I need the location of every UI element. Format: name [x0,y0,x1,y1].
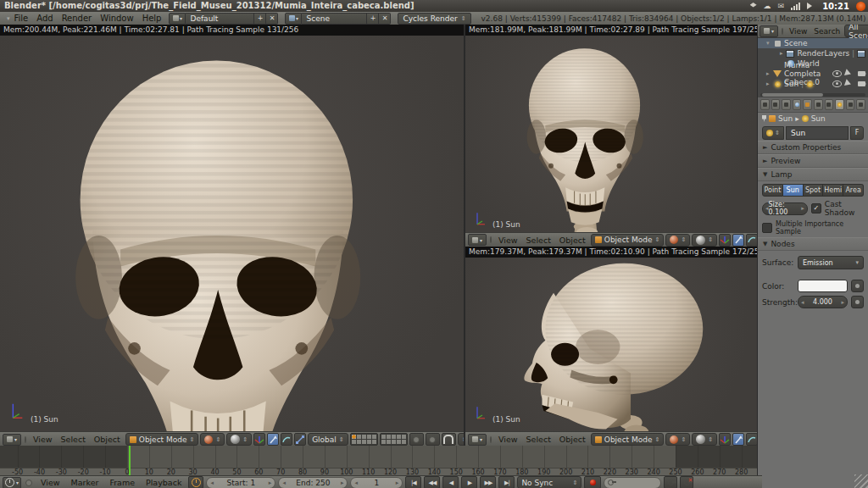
view3d-menu-view[interactable]: View [495,236,521,245]
view3d-menu-select[interactable]: Select [58,435,89,444]
jump-to-start-button[interactable]: |◀ [405,476,421,488]
outliner-scrollbar[interactable] [760,93,865,97]
tab-scene-icon[interactable] [782,99,791,110]
editor-type-button[interactable]: ▾ [760,25,778,37]
timeline-menu-playback[interactable]: Playback [142,478,186,487]
tab-lamp-data-icon[interactable] [835,99,844,110]
surface-dropdown[interactable]: Emission▾ [798,256,864,269]
render-engine-dropdown[interactable]: Cycles Render⇕ [398,13,470,25]
scene-selector-icon[interactable]: ▾ [285,13,302,25]
layout-icon[interactable]: ▾ [169,13,186,25]
tab-modifiers-icon[interactable] [825,99,834,110]
datablock-name-field[interactable]: Sun [786,126,849,140]
tab-physics-icon[interactable] [856,99,865,110]
tab-render-icon[interactable] [760,99,770,110]
translate-manipulator-button[interactable] [267,433,279,446]
rotate-manipulator-button[interactable] [281,433,292,446]
clock[interactable]: 10:21 [822,2,849,11]
editor-type-button[interactable]: ▾ [3,477,21,488]
view3d-menu-select[interactable]: Select [523,435,554,444]
outliner-row-renderlayers[interactable]: ▸ RenderLayers | [758,48,868,58]
tab-render-layers-icon[interactable] [771,99,781,110]
viewport-left[interactable]: Mem:200.44M, Peak:221.46M | Time:02:27.8… [0,25,464,431]
translate-manipulator-button[interactable] [732,234,744,247]
tab-constraints-icon[interactable] [814,99,823,110]
header-collapse-icon[interactable] [490,436,492,443]
color-socket-button[interactable] [851,280,864,292]
cast-shadow-checkbox[interactable]: ✓ [811,203,821,214]
lock-scene-layers-button[interactable] [409,433,424,446]
panel-preview[interactable]: ► Preview [758,154,868,168]
viewport-top-right[interactable]: Mem:181.99M, Peak:181.99M | Time:02:27.8… [465,25,757,232]
lamp-type-area[interactable]: Area [843,184,864,197]
session-menu-icon[interactable] [856,2,865,11]
editor-type-button[interactable]: ▾ [468,434,487,446]
shading-dropdown[interactable]: ⇕ [665,433,690,446]
selectability-icon[interactable] [844,69,855,78]
mis-checkbox[interactable] [762,223,772,233]
strength-socket-button[interactable] [851,296,864,308]
rotate-manipulator-button[interactable] [746,433,757,446]
mail-icon[interactable]: ✉ [778,0,785,12]
timeline-menu-frame[interactable]: Frame [105,478,139,487]
pivot-dropdown[interactable]: ⇕ [226,433,252,446]
breadcrumb-object[interactable]: Sun [778,114,793,123]
menu-file[interactable]: File [10,14,33,23]
outliner-filter-dropdown[interactable]: All Scenes⇕ [844,25,868,37]
size-slider[interactable]: ◂Size: 0.100▸ [762,202,808,215]
fake-user-button[interactable]: F [850,126,864,140]
sync-dropdown[interactable]: No Sync⇕ [517,476,581,488]
timeline-menu-marker[interactable]: Marker [67,478,103,487]
renderability-icon[interactable] [858,71,865,76]
play-reverse-button[interactable]: ◀ [442,476,459,488]
breadcrumb-data[interactable]: Sun [811,114,826,123]
header-collapse-icon[interactable] [25,436,26,443]
pin-icon[interactable] [762,115,766,122]
tab-object-icon[interactable] [803,99,812,110]
proportional-edit-button[interactable] [426,433,440,446]
pivot-dropdown[interactable]: ⇕ [692,234,717,247]
previous-keyframe-button[interactable]: ◀◀ [424,476,440,488]
shading-dropdown[interactable]: ⇕ [200,433,225,446]
view3d-menu-object[interactable]: Object [556,236,589,245]
menu-window[interactable]: Window [96,14,137,23]
outliner-menu-search[interactable]: Search [811,27,843,36]
delete-layout-button[interactable]: ✕ [266,13,278,25]
view3d-menu-view[interactable]: View [495,435,521,444]
expand-icon[interactable]: ▸ [758,70,773,77]
manipulator-toggle-button[interactable] [253,433,265,446]
tab-world-icon[interactable] [793,99,802,110]
color-swatch[interactable] [798,280,848,292]
renderability-icon[interactable] [858,81,865,86]
datablock-type-dropdown[interactable]: ⇕ [762,126,784,140]
dropbox-icon[interactable] [750,3,757,9]
header-collapse-icon[interactable] [490,236,492,243]
view3d-menu-object[interactable]: Object [91,435,124,444]
orientation-dropdown[interactable]: Global⇕ [308,433,348,446]
menu-help[interactable]: Help [138,14,166,23]
timeline-menu-view[interactable]: View [36,478,64,487]
outliner-menu-view[interactable]: View [787,27,810,36]
lamp-type-hemi[interactable]: Hemi [823,184,843,197]
insert-keyframe-button[interactable] [664,476,677,488]
visibility-icon[interactable] [832,80,842,87]
outliner-row-sun[interactable]: ▸ Sun | [758,79,868,89]
editor-type-button[interactable]: ▾ [468,234,487,246]
mode-dropdown[interactable]: Object Mode ⇕ [125,433,199,446]
translate-manipulator-button[interactable] [732,433,744,446]
menu-render[interactable]: Render [58,14,97,23]
current-frame-playhead[interactable] [129,446,131,475]
manipulator-toggle-button[interactable] [719,234,731,247]
add-layout-button[interactable]: + [254,13,266,25]
auto-keyframe-record-button[interactable] [584,476,601,488]
layers-grid[interactable] [350,433,378,446]
preview-range-button[interactable] [188,476,203,488]
lamp-type-sun[interactable]: Sun [783,184,804,197]
viewport-bottom-right[interactable]: Mem:179.37M, Peak:179.37M | Time:02:10.9… [465,247,757,431]
jump-to-end-button[interactable]: ▶| [498,476,515,488]
delete-scene-button[interactable]: ✕ [379,13,391,25]
header-collapse-icon[interactable] [782,28,783,35]
strength-slider[interactable]: ◂4.000▸ [798,296,848,308]
shading-dropdown[interactable]: ⇕ [665,234,690,247]
outliner-row-mumia[interactable]: ▸ Mumia Completa Cabeca.0 [758,69,868,79]
